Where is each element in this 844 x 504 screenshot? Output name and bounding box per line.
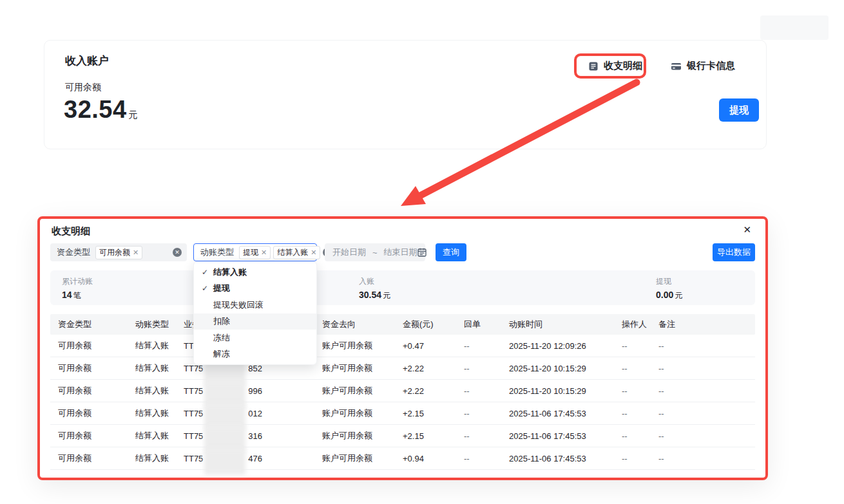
- cell-time: 2025-11-06 17:45:53: [509, 409, 586, 418]
- cell-receipt: --: [464, 364, 470, 373]
- balance-amount: 32.54: [64, 96, 127, 123]
- dropdown-item[interactable]: ✓提现失败回滚: [194, 297, 316, 313]
- summary-strip: 累计动账 14笔 入账 30.54元 提现 0.00元: [50, 270, 755, 305]
- cell-remark: --: [658, 431, 664, 441]
- tag-remove-icon[interactable]: ✕: [311, 248, 316, 257]
- check-icon: ✓: [202, 268, 213, 277]
- summary-value: 0.00: [656, 290, 673, 300]
- cell-fund-type: 可用余额: [58, 340, 91, 351]
- cell-order-no: TT75316: [184, 431, 262, 441]
- bank-card-action[interactable]: 银行卡信息: [671, 60, 735, 72]
- bank-card-action-label: 银行卡信息: [687, 60, 735, 72]
- filter-tag-label: 提现: [243, 247, 258, 258]
- order-suffix: 316: [248, 431, 262, 441]
- account-title: 收入账户: [65, 53, 109, 68]
- tag-remove-icon[interactable]: ✕: [133, 248, 139, 257]
- cell-remark: --: [658, 341, 664, 351]
- cell-txn-type: 结算入账: [135, 362, 169, 374]
- order-suffix: 996: [248, 386, 262, 396]
- order-suffix: 476: [248, 454, 262, 463]
- cell-receipt: --: [464, 341, 470, 351]
- cell-remark: --: [658, 364, 664, 373]
- dropdown-item[interactable]: ✓扣除: [194, 313, 316, 330]
- summary-label: 累计动账: [62, 276, 93, 287]
- fund-type-filter[interactable]: 资金类型 可用余额✕ ✕: [50, 243, 187, 261]
- cell-receipt: --: [464, 386, 470, 396]
- date-start-placeholder: 开始日期: [332, 247, 366, 258]
- dropdown-item[interactable]: ✓冻结: [194, 330, 316, 346]
- txn-type-dropdown: ✓结算入账✓提现✓提现失败回滚✓扣除✓冻结✓解冻: [193, 261, 317, 365]
- cell-direction: 账户可用余额: [322, 362, 372, 374]
- cell-order-no: TT75996: [184, 386, 262, 396]
- filter-tag[interactable]: 可用余额✕: [95, 246, 142, 259]
- dropdown-item-label: 结算入账: [213, 266, 247, 278]
- cell-receipt: --: [464, 454, 470, 463]
- clear-icon[interactable]: ✕: [173, 248, 182, 257]
- statement-modal: 收支明细 ✕ 资金类型 可用余额✕ ✕ 动账类型 提现✕结算入账✕ ✕ 开始日期…: [37, 216, 768, 480]
- cell-amount: +0.94: [403, 454, 424, 463]
- summary-total-count: 累计动账 14笔: [62, 276, 93, 301]
- column-header-operator: 操作人: [622, 319, 647, 330]
- income-account-card: 收入账户 可用余额 32.54元 收支明细 银行卡信息 提现: [44, 40, 767, 149]
- dropdown-item[interactable]: ✓结算入账: [194, 264, 316, 281]
- cell-amount: +2.15: [403, 409, 424, 418]
- redaction-blur: [204, 449, 245, 475]
- cell-fund-type: 可用余额: [58, 430, 91, 442]
- balance-unit: 元: [129, 109, 139, 120]
- cell-direction: 账户可用余额: [322, 430, 372, 442]
- bank-card-icon: [671, 61, 682, 71]
- search-button[interactable]: 查询: [436, 243, 466, 261]
- cell-fund-type: 可用余额: [58, 453, 91, 464]
- dropdown-item-label: 解冻: [213, 348, 230, 360]
- calendar-icon: [417, 248, 427, 257]
- summary-unit: 元: [383, 291, 390, 300]
- cell-order-no: TT75476: [184, 454, 262, 463]
- table-header: 资金类型 动账类型 业务单号 资金去向 金额(元) 回单 动账时间 操作人 备注: [50, 314, 755, 335]
- modal-title: 收支明细: [52, 225, 90, 238]
- table-row: 可用余额 结算入账 TT75852 账户可用余额 +2.22 -- 2025-1…: [50, 357, 755, 380]
- annotation-highlight-box: [574, 53, 646, 79]
- summary-label: 提现: [656, 276, 682, 287]
- dropdown-item[interactable]: ✓解冻: [194, 346, 316, 363]
- close-icon[interactable]: ✕: [743, 225, 751, 234]
- dropdown-item-label: 提现: [213, 283, 230, 294]
- tag-remove-icon[interactable]: ✕: [261, 248, 267, 257]
- filter-tag-label: 结算入账: [277, 247, 308, 258]
- cell-txn-type: 结算入账: [135, 453, 169, 464]
- cell-operator: --: [622, 341, 628, 351]
- filter-tag[interactable]: 提现✕: [239, 246, 271, 259]
- cell-fund-type: 可用余额: [58, 385, 91, 397]
- cell-operator: --: [622, 386, 628, 396]
- cell-time: 2025-11-20 12:09:26: [509, 341, 586, 351]
- cell-time: 2025-11-20 10:15:29: [509, 364, 586, 373]
- column-header-fund-type: 资金类型: [58, 319, 91, 330]
- page: 收入账户 可用余额 32.54元 收支明细 银行卡信息 提现 收支明细 ✕: [0, 0, 844, 504]
- balance-value: 32.54元: [64, 96, 138, 124]
- summary-value: 30.54: [359, 290, 381, 300]
- table-row: 可用余额 结算入账 TT75012 账户可用余额 +2.15 -- 2025-1…: [50, 402, 755, 425]
- export-data-button[interactable]: 导出数据: [713, 243, 755, 261]
- txn-type-filter[interactable]: 动账类型 提现✕结算入账✕ ✕: [193, 243, 317, 261]
- cell-txn-type: 结算入账: [135, 385, 169, 397]
- fund-type-tags: 可用余额✕: [95, 246, 145, 259]
- background-fragment: [760, 15, 829, 40]
- dropdown-item-label: 扣除: [213, 315, 230, 327]
- column-header-remark: 备注: [658, 319, 675, 330]
- cell-txn-type: 结算入账: [135, 407, 169, 419]
- cell-fund-type: 可用余额: [58, 407, 91, 419]
- order-prefix: TT75: [184, 454, 203, 463]
- withdraw-button[interactable]: 提现: [719, 98, 759, 122]
- cell-remark: --: [658, 409, 664, 418]
- order-prefix: TT75: [184, 386, 203, 396]
- filter-tag-label: 可用余额: [99, 247, 130, 258]
- cell-direction: 账户可用余额: [322, 385, 372, 397]
- dropdown-item[interactable]: ✓提现: [194, 281, 316, 297]
- date-range-picker[interactable]: 开始日期 ~ 结束日期: [325, 243, 425, 261]
- cell-operator: --: [622, 431, 628, 441]
- dropdown-item-label: 提现失败回滚: [213, 299, 264, 311]
- cell-operator: --: [622, 454, 628, 463]
- summary-label: 入账: [359, 276, 390, 287]
- filter-tag[interactable]: 结算入账✕: [273, 246, 320, 259]
- cell-amount: +0.47: [403, 341, 424, 351]
- cell-order-no: TT75012: [184, 409, 262, 418]
